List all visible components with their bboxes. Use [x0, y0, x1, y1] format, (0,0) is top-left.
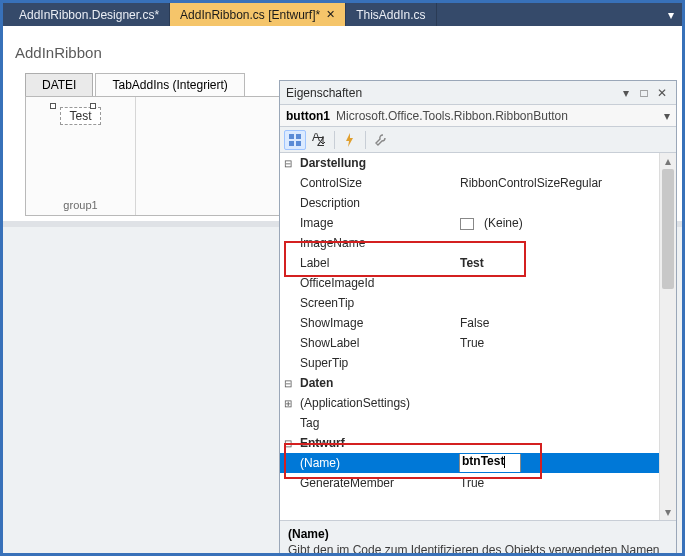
- prop-key[interactable]: ShowLabel: [296, 336, 456, 350]
- svg-rect-2: [289, 141, 294, 146]
- prop-value[interactable]: (Keine): [456, 216, 659, 230]
- document-tab-active[interactable]: AddInRibbon.cs [Entwurf]* ✕: [170, 3, 346, 26]
- ribbon-tab-datei[interactable]: DATEI: [25, 73, 93, 97]
- prop-value-label[interactable]: Test: [456, 256, 659, 270]
- pin-icon[interactable]: □: [636, 85, 652, 101]
- properties-titlebar[interactable]: Eigenschaften ▾ □ ✕: [280, 81, 676, 105]
- scroll-up-icon[interactable]: ▴: [660, 153, 676, 169]
- scroll-down-icon[interactable]: ▾: [660, 504, 676, 520]
- close-icon[interactable]: ✕: [654, 85, 670, 101]
- ribbon-group-name: group1: [26, 199, 135, 211]
- tab-overflow-dropdown[interactable]: ▾: [660, 3, 682, 26]
- prop-value[interactable]: True: [456, 336, 659, 350]
- prop-key[interactable]: ImageName: [296, 236, 456, 250]
- prop-key[interactable]: GenerateMember: [296, 476, 456, 490]
- wrench-icon: [374, 133, 388, 147]
- selected-object-name: button1: [286, 109, 330, 123]
- document-tab-label: AddInRibbon.Designer.cs*: [19, 8, 159, 22]
- ribbon-button-selected[interactable]: Test: [60, 107, 100, 125]
- ribbon-control-title: AddInRibbon: [15, 44, 102, 61]
- properties-toolbar: AZ: [280, 127, 676, 153]
- document-tab[interactable]: AddInRibbon.Designer.cs*: [9, 3, 170, 26]
- ribbon-tab-addins[interactable]: TabAddIns (Integriert): [95, 73, 244, 97]
- category-header: Darstellung: [296, 156, 456, 170]
- sort-az-icon: AZ: [312, 133, 326, 147]
- property-grid[interactable]: ⊟Darstellung ControlSizeRibbonControlSiz…: [280, 153, 659, 520]
- property-help-pane: (Name) Gibt den im Code zum Identifizier…: [280, 520, 676, 556]
- prop-key[interactable]: Description: [296, 196, 456, 210]
- svg-rect-0: [289, 134, 294, 139]
- document-tab-label: AddInRibbon.cs [Entwurf]*: [180, 8, 320, 22]
- window-menu-icon[interactable]: ▾: [618, 85, 634, 101]
- document-tab-label: ThisAddIn.cs: [356, 8, 425, 22]
- close-icon[interactable]: ✕: [326, 8, 335, 21]
- prop-key[interactable]: (ApplicationSettings): [296, 396, 456, 410]
- alphabetical-view-button[interactable]: AZ: [308, 130, 330, 150]
- category-header: Daten: [296, 376, 456, 390]
- prop-value[interactable]: RibbonControlSizeRegular: [456, 176, 659, 190]
- document-tab[interactable]: ThisAddIn.cs: [346, 3, 436, 26]
- ribbon-tab-strip: DATEI TabAddIns (Integriert): [25, 72, 247, 96]
- prop-key[interactable]: Image: [296, 216, 456, 230]
- prop-key[interactable]: OfficeImageId: [296, 276, 456, 290]
- events-button[interactable]: [339, 130, 361, 150]
- properties-window: Eigenschaften ▾ □ ✕ button1 Microsoft.Of…: [279, 80, 677, 556]
- selected-object-type: Microsoft.Office.Tools.Ribbon.RibbonButt…: [336, 109, 664, 123]
- vertical-scrollbar[interactable]: ▴ ▾: [659, 153, 676, 520]
- help-property-name: (Name): [288, 527, 668, 541]
- prop-key-name[interactable]: (Name): [296, 456, 456, 470]
- categorized-view-button[interactable]: [284, 130, 306, 150]
- prop-key-label[interactable]: Label: [296, 256, 456, 270]
- category-header: Entwurf: [296, 436, 456, 450]
- prop-key[interactable]: ShowImage: [296, 316, 456, 330]
- lightning-icon: [344, 133, 356, 147]
- property-pages-button[interactable]: [370, 130, 392, 150]
- svg-rect-1: [296, 134, 301, 139]
- collapse-icon[interactable]: ⊟: [280, 158, 296, 169]
- prop-key[interactable]: ScreenTip: [296, 296, 456, 310]
- chevron-down-icon[interactable]: ▾: [664, 109, 670, 123]
- image-swatch: [460, 218, 474, 230]
- collapse-icon[interactable]: ⊟: [280, 438, 296, 449]
- text-caret: [504, 456, 505, 468]
- ribbon-group[interactable]: Test group1: [26, 97, 136, 215]
- object-selector[interactable]: button1 Microsoft.Office.Tools.Ribbon.Ri…: [280, 105, 676, 127]
- scrollbar-thumb[interactable]: [662, 169, 674, 289]
- svg-rect-3: [296, 141, 301, 146]
- collapse-icon[interactable]: ⊟: [280, 378, 296, 389]
- prop-value[interactable]: False: [456, 316, 659, 330]
- chevron-down-icon: ▾: [668, 8, 674, 22]
- help-property-description: Gibt den im Code zum Identifizieren des …: [288, 543, 668, 556]
- properties-title: Eigenschaften: [286, 86, 616, 100]
- prop-value-name[interactable]: btnTest: [456, 454, 659, 472]
- prop-key[interactable]: Tag: [296, 416, 456, 430]
- categorized-icon: [288, 133, 302, 147]
- document-tab-bar: AddInRibbon.Designer.cs* AddInRibbon.cs …: [3, 3, 682, 26]
- expand-icon[interactable]: ⊞: [280, 398, 296, 409]
- prop-key[interactable]: SuperTip: [296, 356, 456, 370]
- prop-value[interactable]: True: [456, 476, 659, 490]
- prop-key[interactable]: ControlSize: [296, 176, 456, 190]
